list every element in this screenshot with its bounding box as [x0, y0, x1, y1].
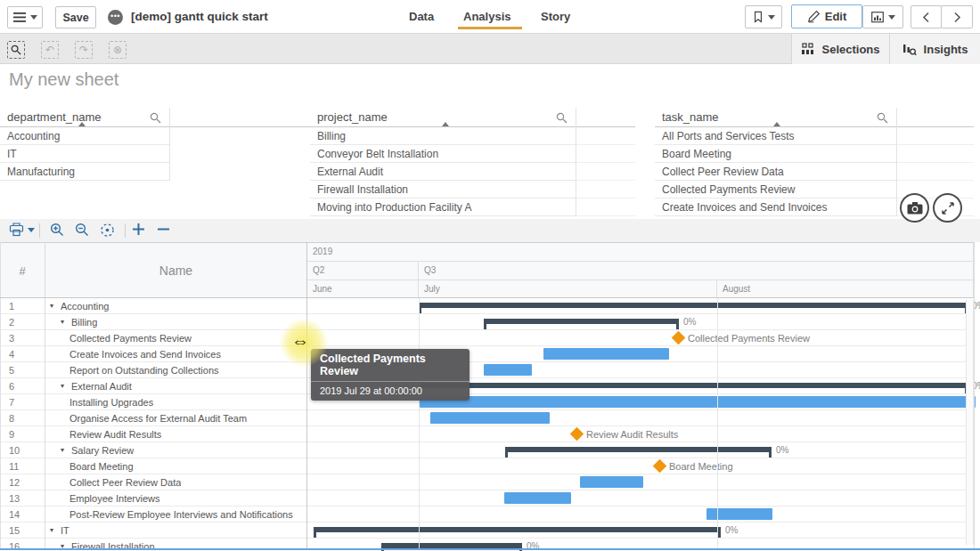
filter-item[interactable]: Create Invoices and Send Invoices — [655, 199, 896, 216]
gantt-timeline-header: 2019 Q2Q3 JuneJulyAugust — [307, 242, 974, 298]
active-object-border — [0, 548, 980, 550]
gantt-summary-bar[interactable] — [314, 527, 721, 532]
collapse-rows-button[interactable] — [157, 223, 170, 236]
filter-item[interactable]: Accounting — [0, 127, 169, 145]
gantt-summary-bar[interactable] — [505, 447, 772, 452]
gantt-row[interactable]: 4Create Invoices and Send Invoices — [0, 346, 974, 362]
fit-view-icon — [100, 223, 115, 238]
gantt-task-bar[interactable] — [543, 348, 669, 360]
collapse-triangle-icon[interactable]: ▾ — [61, 442, 64, 458]
filter-pane-header[interactable]: project_name — [310, 108, 635, 127]
gantt-row[interactable]: 12Collect Peer Review Data — [0, 474, 974, 490]
edit-button[interactable]: Edit — [791, 4, 862, 28]
filter-item[interactable]: Board Meeting — [655, 145, 896, 163]
next-sheet-button[interactable] — [941, 5, 973, 28]
zoom-out-button[interactable] — [75, 223, 89, 237]
search-icon[interactable] — [556, 111, 568, 127]
vertical-scrollbar[interactable] — [966, 300, 974, 545]
progress-label: 0% — [776, 442, 788, 458]
filter-item[interactable]: Conveyor Belt Installation — [310, 145, 576, 163]
filter-pane-header[interactable]: task_name — [655, 108, 974, 127]
global-menu-button[interactable] — [7, 6, 43, 28]
chevron-down-icon — [768, 15, 775, 20]
insights-button[interactable]: Insights — [889, 34, 980, 64]
tab-story[interactable]: Story — [541, 0, 570, 34]
filter-item[interactable]: Billing — [310, 127, 576, 145]
gantt-task-bar[interactable] — [484, 364, 532, 376]
app-icon[interactable]: ••• — [108, 10, 123, 25]
filter-list: AccountingITManufacturing — [0, 127, 310, 181]
gantt-task-bar[interactable] — [504, 492, 571, 504]
fullscreen-button[interactable] — [933, 193, 962, 223]
bookmark-icon — [753, 11, 764, 23]
save-button[interactable]: Save — [55, 6, 96, 28]
clear-selections-button[interactable]: ⊗ — [109, 41, 127, 59]
filter-item[interactable]: Moving into Production Facility A — [310, 199, 576, 216]
gantt-row-number: 7 — [9, 394, 14, 410]
gantt-row[interactable]: 10▾Salary Review — [0, 442, 974, 458]
filter-item[interactable]: Manufacturing — [0, 163, 169, 181]
collapse-triangle-icon[interactable]: ▾ — [50, 298, 53, 314]
gantt-row-number: 12 — [9, 474, 20, 490]
number-column-divider — [45, 242, 45, 548]
step-back-selection-button[interactable]: ↶ — [41, 41, 59, 59]
app-title[interactable]: [demo] gantt quick start — [131, 0, 268, 34]
gantt-summary-bar[interactable] — [484, 319, 679, 324]
collapse-triangle-icon[interactable]: ▾ — [61, 378, 64, 394]
gantt-row[interactable]: 11Board Meeting — [0, 458, 974, 474]
timeline-month-cell: June — [307, 280, 419, 299]
gantt-row[interactable]: 14Post-Review Employee Interviews and No… — [0, 506, 974, 523]
sort-ascending-icon — [78, 122, 86, 126]
snapshot-button[interactable] — [900, 193, 929, 223]
timeline-year-cell: 2019 — [307, 243, 974, 262]
gantt-task-name: IT — [61, 523, 69, 539]
sort-ascending-icon — [442, 122, 449, 126]
tooltip-title: Collected Payments Review — [311, 349, 470, 382]
sheet-objects-button[interactable] — [862, 5, 903, 28]
filter-item[interactable]: Firewall Installation — [310, 181, 576, 199]
collapse-triangle-icon[interactable]: ▾ — [50, 523, 53, 539]
filter-pane-header[interactable]: department_name — [0, 108, 310, 127]
previous-sheet-button[interactable] — [911, 5, 942, 28]
column-header-number: # — [0, 243, 45, 299]
tab-data[interactable]: Data — [409, 0, 434, 34]
gantt-row[interactable]: 3Collected Payments Review — [0, 330, 974, 346]
gantt-row[interactable]: 9Review Audit Results — [0, 426, 974, 442]
fit-to-view-button[interactable] — [100, 223, 115, 238]
selections-tool-button[interactable]: Selections — [791, 34, 889, 64]
filter-item[interactable]: Collect Peer Review Data — [655, 163, 896, 181]
table-chart-splitter[interactable] — [306, 242, 307, 548]
smart-search-button[interactable] — [7, 41, 25, 59]
gantt-summary-bar[interactable] — [419, 383, 968, 388]
filter-item[interactable]: Collected Payments Review — [655, 181, 896, 199]
chevron-down-icon — [28, 228, 35, 232]
sort-ascending-icon — [773, 122, 780, 126]
timeline-month-cell: August — [717, 280, 974, 299]
milestone-label: Review Audit Results — [586, 426, 678, 442]
bookmarks-button[interactable] — [745, 5, 782, 28]
gantt-task-name: Salary Review — [71, 442, 134, 458]
gantt-task-bar[interactable] — [430, 412, 550, 424]
zoom-in-button[interactable] — [50, 223, 64, 237]
expand-rows-button[interactable] — [132, 223, 145, 236]
collapse-triangle-icon[interactable]: ▾ — [61, 314, 64, 330]
gantt-task-bar[interactable] — [580, 476, 643, 488]
gantt-task-name: Employee Interviews — [69, 490, 160, 506]
gantt-row-number: 14 — [9, 506, 20, 523]
gantt-task-bar[interactable] — [420, 396, 976, 408]
insights-icon — [902, 43, 917, 56]
search-icon[interactable] — [150, 111, 161, 127]
milestone-label: Collected Payments Review — [688, 330, 810, 346]
print-icon — [9, 223, 24, 237]
gantt-row[interactable]: 13Employee Interviews — [0, 490, 974, 506]
filter-item[interactable]: External Audit — [310, 163, 576, 181]
gantt-summary-bar[interactable] — [419, 303, 968, 308]
step-forward-selection-button[interactable]: ↷ — [75, 41, 93, 59]
zoom-in-icon — [50, 223, 64, 237]
print-button[interactable] — [9, 223, 35, 237]
qlik-sense-app-window: Save ••• [demo] gantt quick start Data A… — [0, 0, 980, 551]
edit-button-label: Edit — [825, 10, 847, 23]
filter-item[interactable]: All Ports and Services Tests — [655, 127, 896, 145]
filter-item[interactable]: IT — [0, 145, 169, 163]
search-icon[interactable] — [877, 111, 888, 127]
